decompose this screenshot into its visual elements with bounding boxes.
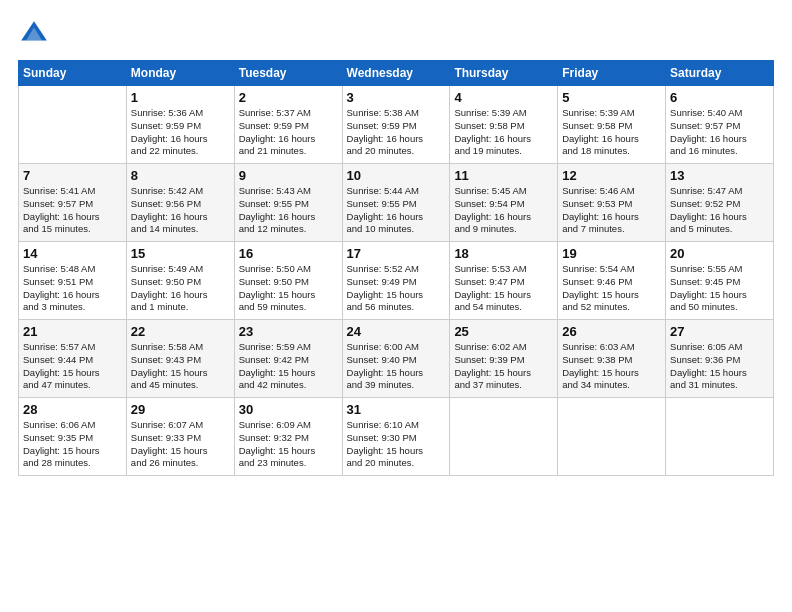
day-number: 12 [562,168,661,183]
day-number: 9 [239,168,338,183]
week-row-1: 1Sunrise: 5:36 AM Sunset: 9:59 PM Daylig… [19,86,774,164]
day-number: 14 [23,246,122,261]
day-number: 26 [562,324,661,339]
cell-content: Sunrise: 5:37 AM Sunset: 9:59 PM Dayligh… [239,107,338,158]
cell-content: Sunrise: 6:09 AM Sunset: 9:32 PM Dayligh… [239,419,338,470]
col-header-saturday: Saturday [666,61,774,86]
header-row: SundayMondayTuesdayWednesdayThursdayFrid… [19,61,774,86]
calendar-cell: 27Sunrise: 6:05 AM Sunset: 9:36 PM Dayli… [666,320,774,398]
cell-content: Sunrise: 5:58 AM Sunset: 9:43 PM Dayligh… [131,341,230,392]
cell-content: Sunrise: 6:10 AM Sunset: 9:30 PM Dayligh… [347,419,446,470]
cell-content: Sunrise: 5:52 AM Sunset: 9:49 PM Dayligh… [347,263,446,314]
week-row-3: 14Sunrise: 5:48 AM Sunset: 9:51 PM Dayli… [19,242,774,320]
calendar-cell: 10Sunrise: 5:44 AM Sunset: 9:55 PM Dayli… [342,164,450,242]
cell-content: Sunrise: 6:07 AM Sunset: 9:33 PM Dayligh… [131,419,230,470]
cell-content: Sunrise: 5:46 AM Sunset: 9:53 PM Dayligh… [562,185,661,236]
calendar-cell: 22Sunrise: 5:58 AM Sunset: 9:43 PM Dayli… [126,320,234,398]
cell-content: Sunrise: 5:44 AM Sunset: 9:55 PM Dayligh… [347,185,446,236]
day-number: 5 [562,90,661,105]
calendar-cell [19,86,127,164]
day-number: 3 [347,90,446,105]
day-number: 10 [347,168,446,183]
calendar-cell: 16Sunrise: 5:50 AM Sunset: 9:50 PM Dayli… [234,242,342,320]
header [18,18,774,50]
cell-content: Sunrise: 6:02 AM Sunset: 9:39 PM Dayligh… [454,341,553,392]
cell-content: Sunrise: 5:41 AM Sunset: 9:57 PM Dayligh… [23,185,122,236]
calendar-cell: 13Sunrise: 5:47 AM Sunset: 9:52 PM Dayli… [666,164,774,242]
calendar-cell: 1Sunrise: 5:36 AM Sunset: 9:59 PM Daylig… [126,86,234,164]
day-number: 25 [454,324,553,339]
calendar-table: SundayMondayTuesdayWednesdayThursdayFrid… [18,60,774,476]
col-header-sunday: Sunday [19,61,127,86]
day-number: 7 [23,168,122,183]
cell-content: Sunrise: 5:49 AM Sunset: 9:50 PM Dayligh… [131,263,230,314]
calendar-cell: 19Sunrise: 5:54 AM Sunset: 9:46 PM Dayli… [558,242,666,320]
cell-content: Sunrise: 5:48 AM Sunset: 9:51 PM Dayligh… [23,263,122,314]
calendar-cell: 24Sunrise: 6:00 AM Sunset: 9:40 PM Dayli… [342,320,450,398]
calendar-cell: 31Sunrise: 6:10 AM Sunset: 9:30 PM Dayli… [342,398,450,476]
calendar-cell: 23Sunrise: 5:59 AM Sunset: 9:42 PM Dayli… [234,320,342,398]
col-header-monday: Monday [126,61,234,86]
calendar-cell: 30Sunrise: 6:09 AM Sunset: 9:32 PM Dayli… [234,398,342,476]
day-number: 6 [670,90,769,105]
cell-content: Sunrise: 5:50 AM Sunset: 9:50 PM Dayligh… [239,263,338,314]
week-row-2: 7Sunrise: 5:41 AM Sunset: 9:57 PM Daylig… [19,164,774,242]
col-header-thursday: Thursday [450,61,558,86]
calendar-cell: 8Sunrise: 5:42 AM Sunset: 9:56 PM Daylig… [126,164,234,242]
calendar-cell: 11Sunrise: 5:45 AM Sunset: 9:54 PM Dayli… [450,164,558,242]
day-number: 18 [454,246,553,261]
day-number: 15 [131,246,230,261]
calendar-cell [558,398,666,476]
col-header-friday: Friday [558,61,666,86]
calendar-cell: 9Sunrise: 5:43 AM Sunset: 9:55 PM Daylig… [234,164,342,242]
day-number: 30 [239,402,338,417]
calendar-cell [666,398,774,476]
cell-content: Sunrise: 5:43 AM Sunset: 9:55 PM Dayligh… [239,185,338,236]
cell-content: Sunrise: 5:55 AM Sunset: 9:45 PM Dayligh… [670,263,769,314]
calendar-cell: 18Sunrise: 5:53 AM Sunset: 9:47 PM Dayli… [450,242,558,320]
day-number: 28 [23,402,122,417]
cell-content: Sunrise: 6:05 AM Sunset: 9:36 PM Dayligh… [670,341,769,392]
cell-content: Sunrise: 6:00 AM Sunset: 9:40 PM Dayligh… [347,341,446,392]
cell-content: Sunrise: 5:36 AM Sunset: 9:59 PM Dayligh… [131,107,230,158]
day-number: 17 [347,246,446,261]
day-number: 1 [131,90,230,105]
calendar-cell: 2Sunrise: 5:37 AM Sunset: 9:59 PM Daylig… [234,86,342,164]
calendar-cell: 17Sunrise: 5:52 AM Sunset: 9:49 PM Dayli… [342,242,450,320]
cell-content: Sunrise: 5:47 AM Sunset: 9:52 PM Dayligh… [670,185,769,236]
cell-content: Sunrise: 5:42 AM Sunset: 9:56 PM Dayligh… [131,185,230,236]
day-number: 31 [347,402,446,417]
calendar-cell: 26Sunrise: 6:03 AM Sunset: 9:38 PM Dayli… [558,320,666,398]
day-number: 24 [347,324,446,339]
calendar-cell: 3Sunrise: 5:38 AM Sunset: 9:59 PM Daylig… [342,86,450,164]
week-row-4: 21Sunrise: 5:57 AM Sunset: 9:44 PM Dayli… [19,320,774,398]
calendar-cell: 7Sunrise: 5:41 AM Sunset: 9:57 PM Daylig… [19,164,127,242]
day-number: 16 [239,246,338,261]
calendar-cell: 25Sunrise: 6:02 AM Sunset: 9:39 PM Dayli… [450,320,558,398]
cell-content: Sunrise: 6:03 AM Sunset: 9:38 PM Dayligh… [562,341,661,392]
cell-content: Sunrise: 5:45 AM Sunset: 9:54 PM Dayligh… [454,185,553,236]
logo-icon [18,18,50,50]
calendar-cell: 20Sunrise: 5:55 AM Sunset: 9:45 PM Dayli… [666,242,774,320]
logo [18,18,54,50]
calendar-cell: 15Sunrise: 5:49 AM Sunset: 9:50 PM Dayli… [126,242,234,320]
calendar-cell: 14Sunrise: 5:48 AM Sunset: 9:51 PM Dayli… [19,242,127,320]
col-header-wednesday: Wednesday [342,61,450,86]
cell-content: Sunrise: 5:38 AM Sunset: 9:59 PM Dayligh… [347,107,446,158]
calendar-cell: 4Sunrise: 5:39 AM Sunset: 9:58 PM Daylig… [450,86,558,164]
day-number: 11 [454,168,553,183]
calendar-cell: 5Sunrise: 5:39 AM Sunset: 9:58 PM Daylig… [558,86,666,164]
calendar-cell: 6Sunrise: 5:40 AM Sunset: 9:57 PM Daylig… [666,86,774,164]
cell-content: Sunrise: 5:53 AM Sunset: 9:47 PM Dayligh… [454,263,553,314]
cell-content: Sunrise: 5:59 AM Sunset: 9:42 PM Dayligh… [239,341,338,392]
calendar-cell: 21Sunrise: 5:57 AM Sunset: 9:44 PM Dayli… [19,320,127,398]
day-number: 20 [670,246,769,261]
cell-content: Sunrise: 5:40 AM Sunset: 9:57 PM Dayligh… [670,107,769,158]
page: SundayMondayTuesdayWednesdayThursdayFrid… [0,0,792,486]
day-number: 21 [23,324,122,339]
col-header-tuesday: Tuesday [234,61,342,86]
day-number: 22 [131,324,230,339]
calendar-cell [450,398,558,476]
cell-content: Sunrise: 6:06 AM Sunset: 9:35 PM Dayligh… [23,419,122,470]
cell-content: Sunrise: 5:57 AM Sunset: 9:44 PM Dayligh… [23,341,122,392]
